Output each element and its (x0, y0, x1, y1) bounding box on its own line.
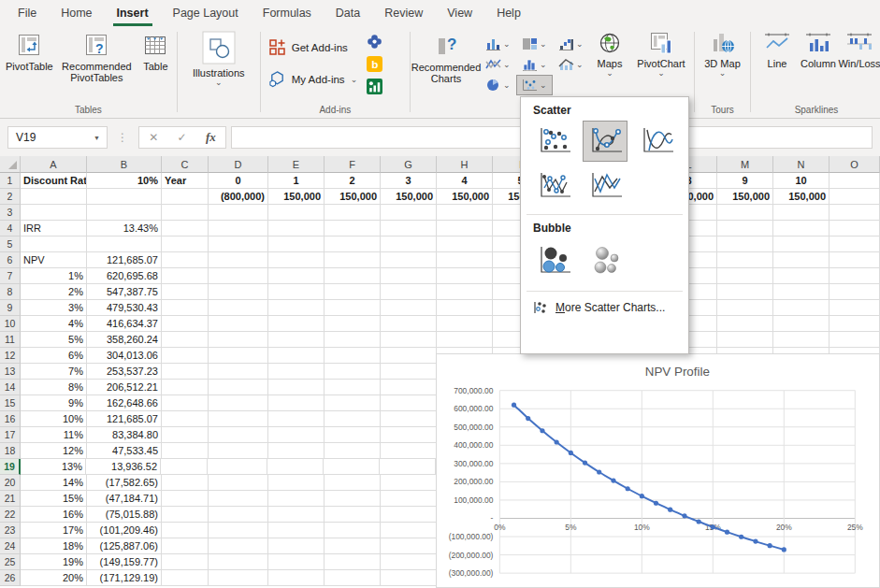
cell-O9[interactable] (830, 300, 880, 316)
cell-N2[interactable]: 150,000 (773, 189, 830, 205)
cell-E11[interactable] (268, 332, 325, 348)
cell-A2[interactable] (21, 189, 87, 205)
cell-B12[interactable]: 304,013.06 (87, 348, 162, 364)
cell-F14[interactable] (325, 380, 381, 395)
row-number-1[interactable]: 1 (0, 173, 21, 189)
cell-H9[interactable] (437, 300, 493, 316)
cell-O7[interactable] (830, 268, 880, 284)
illustrations-button[interactable]: Illustrations ⌄ (180, 26, 258, 118)
cell-C21[interactable] (162, 491, 209, 507)
cell-E19[interactable] (267, 459, 324, 475)
row-number-25[interactable]: 25 (0, 554, 21, 570)
cell-F21[interactable] (325, 491, 381, 507)
cell-O4[interactable] (830, 221, 880, 237)
cell-G7[interactable] (381, 268, 437, 284)
cell-F1[interactable]: 2 (325, 173, 381, 189)
cell-F11[interactable] (325, 332, 381, 348)
cell-G10[interactable] (381, 316, 437, 332)
cell-H7[interactable] (437, 268, 493, 284)
cell-C24[interactable] (162, 538, 209, 554)
cell-N7[interactable] (773, 268, 830, 284)
people-graph-addin-icon[interactable] (367, 79, 382, 94)
row-number-24[interactable]: 24 (0, 538, 21, 554)
cell-G14[interactable] (381, 380, 437, 395)
cell-C26[interactable] (162, 570, 209, 586)
cell-E13[interactable] (268, 364, 325, 380)
row-number-9[interactable]: 9 (0, 300, 21, 316)
scatter-straight-lines-markers-item[interactable] (531, 165, 576, 207)
cell-D12[interactable] (209, 348, 268, 364)
cell-D4[interactable] (209, 221, 268, 237)
row-number-3[interactable]: 3 (0, 205, 21, 221)
cell-F13[interactable] (325, 364, 381, 380)
cell-F12[interactable] (325, 348, 381, 364)
cell-O10[interactable] (830, 316, 880, 332)
cell-E1[interactable]: 1 (268, 173, 325, 189)
cell-D21[interactable] (209, 491, 268, 507)
cell-B18[interactable]: 47,533.45 (87, 443, 162, 459)
cell-A22[interactable]: 16% (21, 507, 87, 523)
cell-E25[interactable] (268, 554, 325, 570)
insert-combo-chart-button[interactable]: ⌄ (553, 54, 589, 75)
tab-view[interactable]: View (435, 1, 484, 26)
cell-N5[interactable] (773, 237, 830, 252)
cell-E20[interactable] (268, 475, 325, 491)
cell-D22[interactable] (209, 507, 268, 523)
cell-A14[interactable]: 8% (21, 380, 87, 395)
tab-file[interactable]: File (6, 1, 49, 26)
get-addins-button[interactable]: Get Add-ins (268, 38, 357, 56)
cell-E10[interactable] (268, 316, 325, 332)
cell-A11[interactable]: 5% (21, 332, 87, 348)
cell-A15[interactable]: 9% (21, 395, 87, 411)
cell-A4[interactable]: IRR (21, 221, 87, 237)
cell-F24[interactable] (325, 538, 381, 554)
cell-E15[interactable] (268, 395, 325, 411)
cell-G1[interactable]: 3 (381, 173, 437, 189)
cell-H5[interactable] (437, 237, 493, 252)
cell-C15[interactable] (162, 395, 209, 411)
cell-G24[interactable] (381, 538, 437, 554)
cell-B14[interactable]: 206,512.21 (87, 380, 162, 395)
cell-B4[interactable]: 13.43% (87, 221, 162, 237)
cell-M9[interactable] (717, 300, 773, 316)
row-number-7[interactable]: 7 (0, 268, 21, 284)
cell-M1[interactable]: 9 (717, 173, 773, 189)
column-header-c[interactable]: C (162, 156, 209, 173)
cell-D9[interactable] (209, 300, 268, 316)
cell-D16[interactable] (209, 411, 268, 427)
cell-E2[interactable]: 150,000 (268, 189, 325, 205)
cell-A23[interactable]: 17% (21, 523, 87, 538)
cell-G15[interactable] (381, 395, 437, 411)
cell-G17[interactable] (381, 427, 437, 443)
row-number-11[interactable]: 11 (0, 332, 21, 348)
cell-F10[interactable] (325, 316, 381, 332)
cell-D5[interactable] (209, 237, 268, 252)
cell-B24[interactable]: (125,887.06) (87, 538, 162, 554)
cell-G2[interactable]: 150,000 (381, 189, 437, 205)
cell-G25[interactable] (381, 554, 437, 570)
enter-icon[interactable]: ✓ (178, 131, 187, 144)
cell-H11[interactable] (437, 332, 493, 348)
row-number-17[interactable]: 17 (0, 427, 21, 443)
cell-C6[interactable] (162, 252, 209, 268)
cell-D7[interactable] (209, 268, 268, 284)
cancel-icon[interactable]: ✕ (149, 131, 158, 144)
cell-H6[interactable] (437, 252, 493, 268)
row-number-2[interactable]: 2 (0, 189, 21, 205)
cell-G20[interactable] (381, 475, 437, 491)
bubble-item[interactable] (531, 238, 576, 283)
cell-A12[interactable]: 6% (21, 348, 87, 364)
column-header-g[interactable]: G (381, 156, 437, 173)
cell-N6[interactable] (773, 252, 830, 268)
cell-G19[interactable] (380, 459, 436, 475)
cell-B6[interactable]: 121,685.07 (87, 252, 162, 268)
row-number-15[interactable]: 15 (0, 395, 21, 411)
cell-E12[interactable] (268, 348, 325, 364)
cell-E16[interactable] (268, 411, 325, 427)
cell-G9[interactable] (381, 300, 437, 316)
cell-D23[interactable] (209, 523, 268, 538)
cell-G4[interactable] (381, 221, 437, 237)
tab-home[interactable]: Home (49, 1, 104, 26)
cell-A1[interactable]: Discount Rat (21, 173, 87, 189)
cell-B23[interactable]: (101,209.46) (87, 523, 162, 538)
